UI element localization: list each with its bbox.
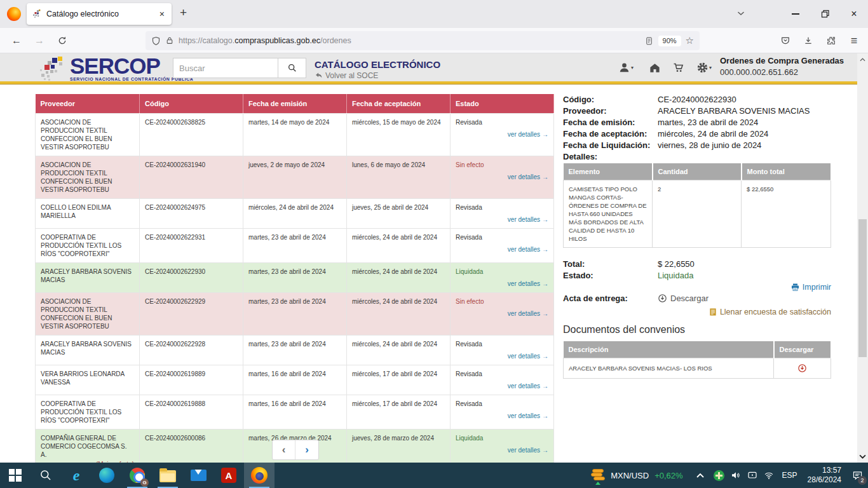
downloads-icon[interactable]: [799, 32, 817, 50]
antivirus-tray-icon[interactable]: [711, 463, 728, 488]
ver-detalles-link[interactable]: ver detalles→: [508, 173, 548, 181]
shield-icon[interactable]: [151, 36, 161, 46]
search-button[interactable]: [278, 58, 306, 78]
ver-detalles-link[interactable]: ver detalles→: [508, 215, 548, 224]
screen: Catálogo electrónico × + × ← → https://c…: [0, 0, 868, 488]
page-scrollbar[interactable]: [857, 53, 868, 463]
currency-ticker[interactable]: MXN/USD +0,62%: [585, 468, 689, 482]
acrobat-icon[interactable]: A: [214, 463, 244, 488]
settings-menu-button[interactable]: ▾: [696, 62, 712, 74]
display-cast-icon[interactable]: [744, 463, 761, 488]
firefox-taskbar-icon[interactable]: [244, 463, 275, 488]
back-button[interactable]: ←: [8, 32, 25, 50]
ver-detalles-link[interactable]: ver detalles→: [508, 130, 548, 139]
arrow-right-icon: →: [542, 280, 548, 288]
google-badge: G: [140, 478, 149, 487]
home-button[interactable]: [649, 62, 661, 74]
ver-detalles-link[interactable]: ver detalles→: [508, 412, 548, 420]
notification-center-button[interactable]: 2: [846, 463, 868, 488]
ver-detalles-link[interactable]: ver detalles→: [508, 382, 548, 390]
column-codigo: Código: [140, 94, 243, 113]
column-fecha-aceptacion: Fecha de aceptación: [347, 94, 451, 113]
prev-page-button[interactable]: ‹: [273, 440, 295, 459]
user-menu-button[interactable]: ▾: [618, 62, 634, 74]
bookmark-star-icon[interactable]: ☆: [686, 35, 694, 46]
order-row: COOPERATIVA DE PRODUCCIÓN TEXTIL LOS RÍO…: [36, 395, 554, 429]
file-explorer-icon[interactable]: [153, 463, 183, 488]
wifi-icon[interactable]: [761, 463, 777, 488]
status-label: Revisada: [456, 340, 548, 348]
ver-detalles-link[interactable]: ver detalles→: [508, 352, 548, 360]
docs-column-descripcion: Descripción: [564, 341, 774, 358]
forward-button[interactable]: →: [31, 32, 48, 50]
imprimir-link[interactable]: Imprimir: [563, 283, 831, 292]
scrollbar-thumb[interactable]: [858, 219, 867, 357]
detail-items-table: Elemento Cantidad Monto total CAMISETAS …: [563, 163, 832, 248]
tab-close-icon[interactable]: ×: [158, 9, 166, 19]
order-row: COOPERATIVA DE PRODUCCIÓN TEXTIL LOS RÍO…: [36, 228, 554, 262]
start-button[interactable]: [0, 463, 31, 488]
menu-hamburger-icon[interactable]: ≡: [845, 32, 863, 50]
ver-detalles-link[interactable]: ver detalles→: [508, 245, 548, 254]
acceptance-date: miércoles, 17 de abril de 2024: [347, 365, 451, 395]
provider-name: COOPERATIVA DE PRODUCCIÓN TEXTIL LOS RÍO…: [41, 234, 121, 257]
status-label: Revisada: [456, 118, 548, 126]
emission-date: martes, 16 de abril de 2024: [243, 365, 347, 395]
ver-detalles-link[interactable]: ver detalles→: [508, 280, 548, 288]
undo-arrow-icon: [315, 72, 323, 79]
volver-al-soce-link[interactable]: Volver al SOCE: [315, 71, 378, 80]
reader-view-icon[interactable]: [644, 36, 654, 46]
docs-column-descargar: Descargar: [774, 341, 831, 358]
order-row: COELLO LEON EDILMA MARIELLLA CE-20240002…: [36, 198, 554, 228]
emission-date: martes, 14 de mayo de 2024: [243, 113, 347, 156]
language-indicator[interactable]: ESP: [777, 471, 803, 480]
window-minimize-button[interactable]: [787, 5, 804, 23]
taskbar-search-button[interactable]: [31, 463, 61, 488]
order-code: CE-20240002622928: [140, 335, 243, 365]
cart-button[interactable]: [672, 62, 685, 74]
search-input[interactable]: [173, 58, 278, 78]
acta-descargar-link[interactable]: Descargar: [658, 293, 709, 304]
firefox-app-icon: [7, 7, 21, 21]
survey-form-icon: [709, 308, 717, 316]
tray-chevron-up-icon[interactable]: [689, 463, 711, 488]
emission-date: martes, 16 de abril de 2024: [243, 395, 347, 429]
chrome-icon[interactable]: G: [122, 463, 153, 488]
edge-icon[interactable]: [92, 463, 122, 488]
scroll-up-arrow[interactable]: [857, 55, 868, 65]
ver-detalles-link[interactable]: ver detalles→: [508, 309, 548, 318]
provider-name: ASOCIACION DE PRODUCCION TEXTIL CONFECCI…: [41, 119, 112, 151]
mail-icon[interactable]: [183, 463, 214, 488]
arrow-right-icon: →: [542, 130, 548, 139]
new-tab-button[interactable]: +: [180, 6, 187, 20]
clock[interactable]: 13:57 28/6/2024: [803, 466, 846, 485]
url-bar[interactable]: https://catalogo.compraspublicas.gob.ec/…: [146, 31, 700, 50]
order-row: ARACELY BARBARA SOVENIS MACIAS CE-202400…: [36, 335, 554, 365]
window-close-button[interactable]: ×: [845, 5, 863, 23]
extensions-icon[interactable]: [822, 32, 840, 50]
emission-date: martes, 23 de abril de 2024: [243, 228, 347, 262]
document-download-button[interactable]: [779, 363, 825, 373]
windows-logo-icon: [9, 469, 22, 482]
window-restore-button[interactable]: [817, 5, 834, 23]
column-estado: Estado: [451, 94, 554, 113]
zoom-level-chip[interactable]: 90%: [658, 36, 681, 46]
internet-explorer-icon[interactable]: e: [61, 463, 92, 488]
pocket-icon[interactable]: [776, 32, 794, 50]
sercop-logo[interactable]: SERCOP SERVICIO NACIONAL DE CONTRATACIÓN…: [39, 55, 193, 82]
ver-detalles-link[interactable]: ver detalles→: [508, 446, 548, 454]
provider-name: COMPAÑIA GENERAL DE COMERCIO COGECOMSA S…: [41, 435, 127, 458]
lock-icon[interactable]: [165, 36, 174, 45]
arrow-right-icon: →: [542, 352, 548, 360]
tab-list-chevron-icon[interactable]: [736, 8, 746, 18]
volume-icon[interactable]: [728, 463, 744, 488]
scroll-down-arrow[interactable]: [857, 451, 868, 461]
browser-tab[interactable]: Catálogo electrónico ×: [27, 3, 172, 25]
reload-button[interactable]: [53, 32, 71, 50]
acceptance-date: miércoles, 24 de abril de 2024: [347, 335, 451, 365]
url-text: https://catalogo.compraspublicas.gob.ec/…: [179, 36, 640, 45]
encuesta-link[interactable]: Llenar encuesta de satisfacción: [563, 308, 831, 316]
order-row: VERA BARRIOS LEONARDA VANESSA CE-2024000…: [36, 365, 554, 395]
status-label: Sin efecto: [456, 297, 548, 306]
next-page-button[interactable]: ›: [295, 440, 318, 459]
